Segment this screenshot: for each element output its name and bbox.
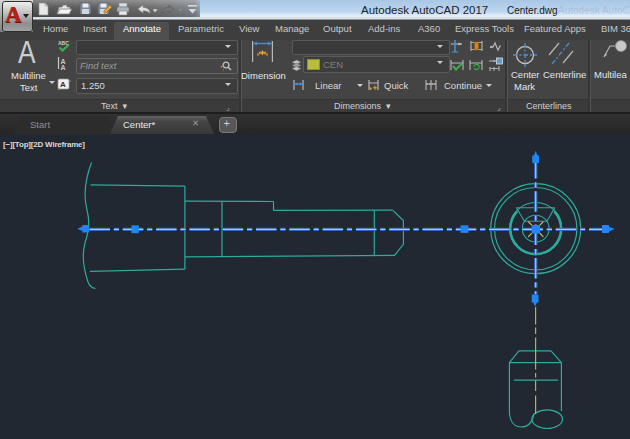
svg-text:A: A	[61, 64, 66, 71]
svg-text:A: A	[60, 80, 66, 89]
